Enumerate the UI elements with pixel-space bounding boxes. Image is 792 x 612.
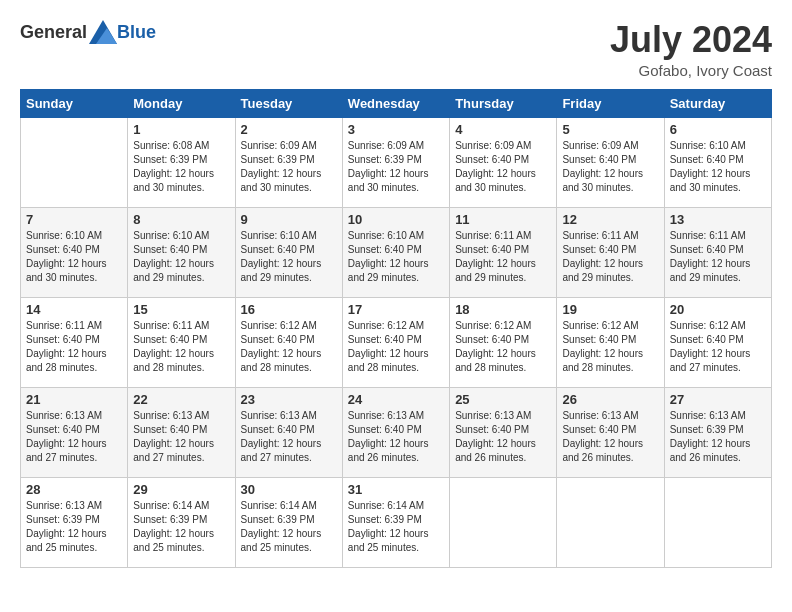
header-row: SundayMondayTuesdayWednesdayThursdayFrid… — [21, 89, 772, 117]
day-number: 11 — [455, 212, 551, 227]
header-day-sunday: Sunday — [21, 89, 128, 117]
calendar-cell: 11Sunrise: 6:11 AMSunset: 6:40 PMDayligh… — [450, 207, 557, 297]
day-info: Sunrise: 6:14 AMSunset: 6:39 PMDaylight:… — [241, 499, 337, 555]
day-info: Sunrise: 6:12 AMSunset: 6:40 PMDaylight:… — [241, 319, 337, 375]
header-day-saturday: Saturday — [664, 89, 771, 117]
calendar-cell: 13Sunrise: 6:11 AMSunset: 6:40 PMDayligh… — [664, 207, 771, 297]
calendar-cell: 27Sunrise: 6:13 AMSunset: 6:39 PMDayligh… — [664, 387, 771, 477]
logo-icon — [89, 20, 117, 44]
calendar-table: SundayMondayTuesdayWednesdayThursdayFrid… — [20, 89, 772, 568]
day-number: 16 — [241, 302, 337, 317]
week-row-5: 28Sunrise: 6:13 AMSunset: 6:39 PMDayligh… — [21, 477, 772, 567]
calendar-cell: 2Sunrise: 6:09 AMSunset: 6:39 PMDaylight… — [235, 117, 342, 207]
day-info: Sunrise: 6:10 AMSunset: 6:40 PMDaylight:… — [133, 229, 229, 285]
calendar-cell: 16Sunrise: 6:12 AMSunset: 6:40 PMDayligh… — [235, 297, 342, 387]
day-number: 7 — [26, 212, 122, 227]
day-info: Sunrise: 6:14 AMSunset: 6:39 PMDaylight:… — [348, 499, 444, 555]
day-number: 4 — [455, 122, 551, 137]
day-number: 5 — [562, 122, 658, 137]
day-info: Sunrise: 6:09 AMSunset: 6:39 PMDaylight:… — [348, 139, 444, 195]
calendar-cell: 26Sunrise: 6:13 AMSunset: 6:40 PMDayligh… — [557, 387, 664, 477]
day-number: 27 — [670, 392, 766, 407]
day-number: 17 — [348, 302, 444, 317]
month-title: July 2024 — [610, 20, 772, 60]
logo: General Blue — [20, 20, 156, 44]
calendar-cell: 7Sunrise: 6:10 AMSunset: 6:40 PMDaylight… — [21, 207, 128, 297]
day-info: Sunrise: 6:13 AMSunset: 6:40 PMDaylight:… — [562, 409, 658, 465]
day-info: Sunrise: 6:14 AMSunset: 6:39 PMDaylight:… — [133, 499, 229, 555]
day-info: Sunrise: 6:13 AMSunset: 6:39 PMDaylight:… — [26, 499, 122, 555]
day-info: Sunrise: 6:11 AMSunset: 6:40 PMDaylight:… — [133, 319, 229, 375]
day-info: Sunrise: 6:10 AMSunset: 6:40 PMDaylight:… — [670, 139, 766, 195]
day-info: Sunrise: 6:10 AMSunset: 6:40 PMDaylight:… — [241, 229, 337, 285]
calendar-cell: 18Sunrise: 6:12 AMSunset: 6:40 PMDayligh… — [450, 297, 557, 387]
calendar-cell: 19Sunrise: 6:12 AMSunset: 6:40 PMDayligh… — [557, 297, 664, 387]
logo-blue-text: Blue — [117, 22, 156, 43]
calendar-cell — [21, 117, 128, 207]
day-number: 1 — [133, 122, 229, 137]
calendar-cell — [664, 477, 771, 567]
calendar-cell: 5Sunrise: 6:09 AMSunset: 6:40 PMDaylight… — [557, 117, 664, 207]
day-info: Sunrise: 6:11 AMSunset: 6:40 PMDaylight:… — [455, 229, 551, 285]
calendar-cell: 21Sunrise: 6:13 AMSunset: 6:40 PMDayligh… — [21, 387, 128, 477]
day-number: 23 — [241, 392, 337, 407]
day-info: Sunrise: 6:10 AMSunset: 6:40 PMDaylight:… — [348, 229, 444, 285]
day-number: 13 — [670, 212, 766, 227]
calendar-cell: 15Sunrise: 6:11 AMSunset: 6:40 PMDayligh… — [128, 297, 235, 387]
day-info: Sunrise: 6:13 AMSunset: 6:40 PMDaylight:… — [241, 409, 337, 465]
calendar-cell: 8Sunrise: 6:10 AMSunset: 6:40 PMDaylight… — [128, 207, 235, 297]
calendar-cell: 10Sunrise: 6:10 AMSunset: 6:40 PMDayligh… — [342, 207, 449, 297]
calendar-cell: 28Sunrise: 6:13 AMSunset: 6:39 PMDayligh… — [21, 477, 128, 567]
calendar-cell — [557, 477, 664, 567]
title-area: July 2024 Gofabo, Ivory Coast — [610, 20, 772, 79]
calendar-cell — [450, 477, 557, 567]
header-day-wednesday: Wednesday — [342, 89, 449, 117]
day-number: 26 — [562, 392, 658, 407]
day-number: 10 — [348, 212, 444, 227]
day-number: 18 — [455, 302, 551, 317]
header-day-tuesday: Tuesday — [235, 89, 342, 117]
day-info: Sunrise: 6:09 AMSunset: 6:39 PMDaylight:… — [241, 139, 337, 195]
calendar-cell: 30Sunrise: 6:14 AMSunset: 6:39 PMDayligh… — [235, 477, 342, 567]
day-number: 28 — [26, 482, 122, 497]
day-number: 24 — [348, 392, 444, 407]
day-info: Sunrise: 6:13 AMSunset: 6:40 PMDaylight:… — [348, 409, 444, 465]
calendar-cell: 24Sunrise: 6:13 AMSunset: 6:40 PMDayligh… — [342, 387, 449, 477]
day-info: Sunrise: 6:08 AMSunset: 6:39 PMDaylight:… — [133, 139, 229, 195]
day-info: Sunrise: 6:12 AMSunset: 6:40 PMDaylight:… — [348, 319, 444, 375]
day-number: 6 — [670, 122, 766, 137]
day-number: 29 — [133, 482, 229, 497]
day-info: Sunrise: 6:13 AMSunset: 6:40 PMDaylight:… — [26, 409, 122, 465]
day-number: 12 — [562, 212, 658, 227]
day-info: Sunrise: 6:13 AMSunset: 6:40 PMDaylight:… — [133, 409, 229, 465]
day-number: 9 — [241, 212, 337, 227]
week-row-3: 14Sunrise: 6:11 AMSunset: 6:40 PMDayligh… — [21, 297, 772, 387]
week-row-2: 7Sunrise: 6:10 AMSunset: 6:40 PMDaylight… — [21, 207, 772, 297]
day-info: Sunrise: 6:10 AMSunset: 6:40 PMDaylight:… — [26, 229, 122, 285]
header-day-friday: Friday — [557, 89, 664, 117]
day-number: 8 — [133, 212, 229, 227]
calendar-cell: 17Sunrise: 6:12 AMSunset: 6:40 PMDayligh… — [342, 297, 449, 387]
calendar-cell: 20Sunrise: 6:12 AMSunset: 6:40 PMDayligh… — [664, 297, 771, 387]
day-info: Sunrise: 6:11 AMSunset: 6:40 PMDaylight:… — [562, 229, 658, 285]
day-info: Sunrise: 6:09 AMSunset: 6:40 PMDaylight:… — [455, 139, 551, 195]
logo-general-text: General — [20, 22, 87, 43]
day-info: Sunrise: 6:11 AMSunset: 6:40 PMDaylight:… — [26, 319, 122, 375]
location-title: Gofabo, Ivory Coast — [610, 62, 772, 79]
day-number: 14 — [26, 302, 122, 317]
day-info: Sunrise: 6:13 AMSunset: 6:39 PMDaylight:… — [670, 409, 766, 465]
day-info: Sunrise: 6:12 AMSunset: 6:40 PMDaylight:… — [562, 319, 658, 375]
day-number: 25 — [455, 392, 551, 407]
day-number: 3 — [348, 122, 444, 137]
calendar-cell: 1Sunrise: 6:08 AMSunset: 6:39 PMDaylight… — [128, 117, 235, 207]
calendar-cell: 6Sunrise: 6:10 AMSunset: 6:40 PMDaylight… — [664, 117, 771, 207]
calendar-cell: 12Sunrise: 6:11 AMSunset: 6:40 PMDayligh… — [557, 207, 664, 297]
day-number: 21 — [26, 392, 122, 407]
day-number: 31 — [348, 482, 444, 497]
day-info: Sunrise: 6:11 AMSunset: 6:40 PMDaylight:… — [670, 229, 766, 285]
calendar-cell: 14Sunrise: 6:11 AMSunset: 6:40 PMDayligh… — [21, 297, 128, 387]
day-number: 19 — [562, 302, 658, 317]
calendar-cell: 3Sunrise: 6:09 AMSunset: 6:39 PMDaylight… — [342, 117, 449, 207]
day-number: 22 — [133, 392, 229, 407]
page-header: General Blue July 2024 Gofabo, Ivory Coa… — [20, 20, 772, 79]
